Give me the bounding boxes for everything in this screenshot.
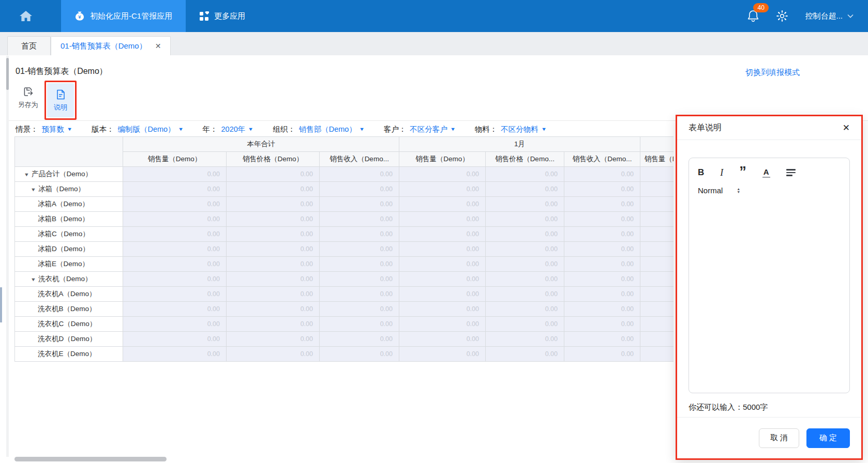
data-cell[interactable]: 0.00 <box>486 287 564 302</box>
data-cell[interactable]: 0.00 <box>564 212 640 227</box>
data-cell[interactable]: 0.00 <box>486 242 564 257</box>
data-cell[interactable]: 0.00 <box>640 347 674 362</box>
row-header[interactable]: ▼洗衣机（Demo） <box>15 272 123 287</box>
expander-icon[interactable]: ▼ <box>31 277 36 282</box>
data-cell[interactable]: 0.00 <box>486 317 564 332</box>
data-cell[interactable]: 0.00 <box>227 212 320 227</box>
data-cell[interactable]: 0.00 <box>227 347 320 362</box>
data-cell[interactable]: 0.00 <box>123 347 227 362</box>
data-cell[interactable]: 0.00 <box>486 332 564 347</box>
data-cell[interactable]: 0.00 <box>399 332 486 347</box>
data-cell[interactable]: 0.00 <box>123 257 227 272</box>
data-cell[interactable]: 0.00 <box>227 317 320 332</box>
data-cell[interactable]: 0.00 <box>640 182 674 197</box>
data-cell[interactable]: 0.00 <box>123 197 227 212</box>
data-cell[interactable]: 0.00 <box>486 197 564 212</box>
user-menu[interactable]: 控制台超... <box>805 11 854 21</box>
filter-value[interactable]: 预算数 <box>42 125 65 134</box>
data-cell[interactable]: 0.00 <box>640 197 674 212</box>
data-cell[interactable]: 0.00 <box>320 287 399 302</box>
close-icon[interactable]: ✕ <box>843 122 850 133</box>
data-cell[interactable]: 0.00 <box>320 317 399 332</box>
filter-value[interactable]: 2020年 <box>221 125 246 134</box>
topbar-app-tab[interactable]: ¥ 初始化应用-C1管报应用 <box>61 0 186 32</box>
blockquote-button[interactable]: ” <box>739 169 746 176</box>
data-cell[interactable]: 0.00 <box>227 272 320 287</box>
data-cell[interactable]: 0.00 <box>564 272 640 287</box>
data-cell[interactable]: 0.00 <box>123 242 227 257</box>
expander-icon[interactable]: ▼ <box>31 187 36 192</box>
data-cell[interactable]: 0.00 <box>320 257 399 272</box>
row-header[interactable]: 洗衣机E（Demo） <box>15 347 123 362</box>
filter-item-3[interactable]: 组织：销售部（Demo）▼ <box>273 125 364 134</box>
row-header[interactable]: 洗衣机A（Demo） <box>15 287 123 302</box>
filter-value[interactable]: 销售部（Demo） <box>299 125 356 134</box>
data-cell[interactable]: 0.00 <box>486 347 564 362</box>
data-cell[interactable]: 0.00 <box>399 197 486 212</box>
data-cell[interactable]: 0.00 <box>320 347 399 362</box>
data-cell[interactable]: 0.00 <box>399 242 486 257</box>
data-cell[interactable]: 0.00 <box>564 347 640 362</box>
data-cell[interactable]: 0.00 <box>640 272 674 287</box>
data-cell[interactable]: 0.00 <box>320 227 399 242</box>
data-cell[interactable]: 0.00 <box>123 227 227 242</box>
data-cell[interactable]: 0.00 <box>399 347 486 362</box>
data-cell[interactable]: 0.00 <box>123 212 227 227</box>
data-cell[interactable]: 0.00 <box>320 332 399 347</box>
data-cell[interactable]: 0.00 <box>640 317 674 332</box>
data-cell[interactable]: 0.00 <box>486 302 564 317</box>
row-header[interactable]: ▼产品合计（Demo） <box>15 167 123 182</box>
tab-close-icon[interactable]: ✕ <box>155 42 161 50</box>
data-cell[interactable]: 0.00 <box>486 257 564 272</box>
tab-home[interactable]: 首页 <box>7 36 51 55</box>
row-header[interactable]: 冰箱D（Demo） <box>15 242 123 257</box>
data-cell[interactable]: 0.00 <box>640 332 674 347</box>
row-header[interactable]: 冰箱A（Demo） <box>15 197 123 212</box>
rich-text-editor[interactable]: B I ” A Normal ▲ ▼ <box>689 158 850 393</box>
editor-content-area[interactable] <box>698 195 841 365</box>
data-cell[interactable]: 0.00 <box>320 272 399 287</box>
ok-button[interactable]: 确 定 <box>806 428 850 448</box>
data-cell[interactable]: 0.00 <box>564 182 640 197</box>
data-cell[interactable]: 0.00 <box>227 287 320 302</box>
data-cell[interactable]: 0.00 <box>320 242 399 257</box>
row-header[interactable]: 冰箱C（Demo） <box>15 227 123 242</box>
data-cell[interactable]: 0.00 <box>123 182 227 197</box>
data-cell[interactable]: 0.00 <box>123 287 227 302</box>
filter-value[interactable]: 不区分客户 <box>410 125 447 134</box>
expander-icon[interactable]: ▼ <box>24 172 29 177</box>
align-button[interactable] <box>786 169 796 176</box>
data-cell[interactable]: 0.00 <box>564 257 640 272</box>
data-cell[interactable]: 0.00 <box>564 242 640 257</box>
data-cell[interactable]: 0.00 <box>399 182 486 197</box>
filter-item-2[interactable]: 年：2020年▼ <box>203 125 253 134</box>
format-select[interactable]: Normal ▲ ▼ <box>698 186 841 195</box>
cancel-button[interactable]: 取 消 <box>759 428 799 448</box>
row-header[interactable]: 洗衣机C（Demo） <box>15 317 123 332</box>
filter-value[interactable]: 编制版（Demo） <box>117 125 175 134</box>
data-cell[interactable]: 0.00 <box>640 242 674 257</box>
data-cell[interactable]: 0.00 <box>486 227 564 242</box>
data-cell[interactable]: 0.00 <box>486 167 564 182</box>
text-color-button[interactable]: A <box>762 167 770 178</box>
tab-sales-budget[interactable]: 01-销售预算表（Demo） ✕ <box>51 36 171 55</box>
row-header[interactable]: 洗衣机B（Demo） <box>15 302 123 317</box>
data-cell[interactable]: 0.00 <box>564 302 640 317</box>
left-scrollbar-thumb[interactable] <box>6 58 9 90</box>
data-cell[interactable]: 0.00 <box>227 182 320 197</box>
switch-mode-link[interactable]: 切换到填报模式 <box>745 68 800 78</box>
data-cell[interactable]: 0.00 <box>320 167 399 182</box>
data-cell[interactable]: 0.00 <box>399 287 486 302</box>
filter-item-5[interactable]: 物料：不区分物料▼ <box>475 125 546 134</box>
data-cell[interactable]: 0.00 <box>320 302 399 317</box>
data-cell[interactable]: 0.00 <box>640 227 674 242</box>
filter-item-1[interactable]: 版本：编制版（Demo）▼ <box>92 125 183 134</box>
data-cell[interactable]: 0.00 <box>123 332 227 347</box>
row-header[interactable]: 冰箱E（Demo） <box>15 257 123 272</box>
data-cell[interactable]: 0.00 <box>640 257 674 272</box>
notifications-button[interactable]: 40 <box>747 9 759 23</box>
data-cell[interactable]: 0.00 <box>564 227 640 242</box>
filter-value[interactable]: 不区分物料 <box>501 125 538 134</box>
more-apps-button[interactable]: 更多应用 <box>186 0 259 32</box>
data-cell[interactable]: 0.00 <box>123 167 227 182</box>
